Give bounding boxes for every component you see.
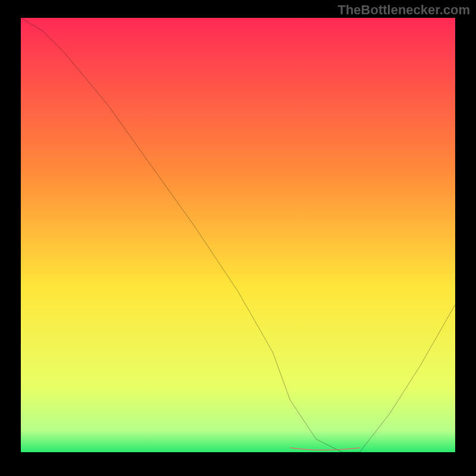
watermark-text: TheBottlenecker.com bbox=[337, 2, 470, 18]
bottleneck-curve bbox=[21, 18, 455, 452]
chart-area bbox=[21, 18, 455, 452]
